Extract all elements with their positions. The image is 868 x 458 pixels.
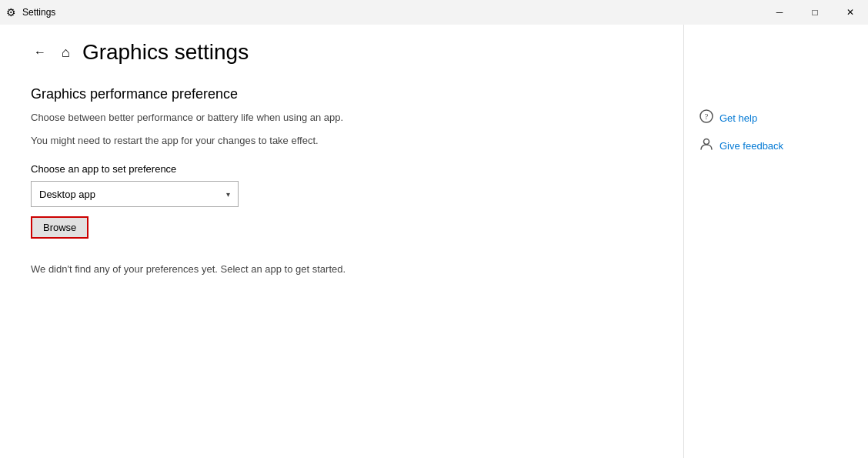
content-area: ← ⌂ Graphics settings Graphics performan…: [0, 25, 868, 458]
minimize-button[interactable]: ─: [762, 0, 797, 25]
give-feedback-link[interactable]: Give feedback: [699, 137, 853, 154]
dropdown-value: Desktop app: [39, 189, 95, 200]
page-title: Graphics settings: [82, 40, 249, 65]
help-links: ? Get help Give feedback: [699, 109, 853, 154]
section-description-line1: Choose between better performance or bat…: [31, 110, 653, 125]
maximize-button[interactable]: □: [797, 0, 833, 25]
app-icon: ⚙: [6, 6, 16, 18]
field-label: Choose an app to set preference: [31, 163, 653, 175]
close-button[interactable]: ✕: [833, 0, 868, 25]
title-bar: ⚙ Settings ─ □ ✕: [0, 0, 868, 25]
section-description-line2: You might need to restart the app for yo…: [31, 133, 653, 149]
left-panel: ← ⌂ Graphics settings Graphics performan…: [0, 25, 683, 458]
get-help-link[interactable]: ? Get help: [699, 109, 853, 126]
chevron-down-icon: ▾: [226, 190, 230, 199]
right-panel: ? Get help Give feedback: [683, 25, 868, 458]
get-help-label: Get help: [719, 112, 757, 124]
back-button[interactable]: ←: [31, 42, 49, 62]
svg-text:?: ?: [705, 112, 709, 121]
empty-state-text: We didn't find any of your preferences y…: [31, 263, 653, 275]
give-feedback-icon: [699, 137, 713, 154]
section-title: Graphics performance preference: [31, 86, 653, 102]
title-bar-controls: ─ □ ✕: [762, 0, 868, 25]
give-feedback-label: Give feedback: [719, 140, 783, 152]
app-type-dropdown[interactable]: Desktop app ▾: [31, 181, 239, 207]
back-icon: ←: [34, 45, 46, 59]
get-help-icon: ?: [699, 109, 713, 126]
dropdown-container: Choose an app to set preference Desktop …: [31, 163, 653, 207]
title-bar-title: Settings: [22, 7, 55, 18]
page-header: ← ⌂ Graphics settings: [31, 40, 653, 65]
home-icon: ⌂: [62, 45, 70, 61]
svg-point-2: [704, 139, 709, 145]
browse-button[interactable]: Browse: [31, 216, 88, 239]
title-bar-left: ⚙ Settings: [6, 6, 55, 18]
